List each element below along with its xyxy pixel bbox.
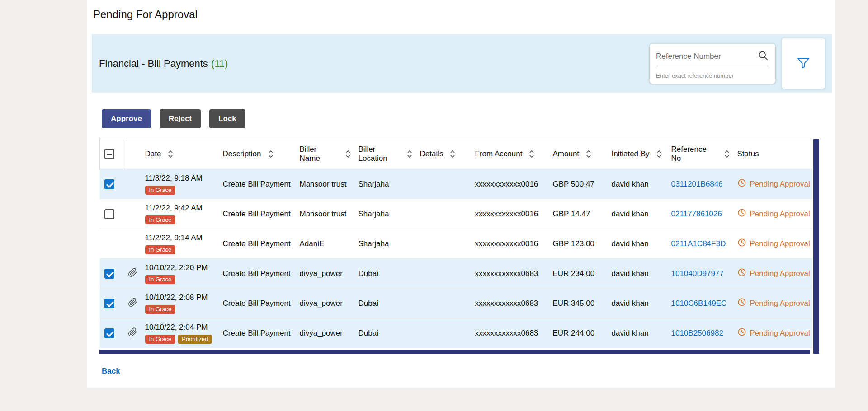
reference-link[interactable]: 1010C6B149EC bbox=[671, 299, 727, 308]
badge-row: In Grace bbox=[145, 186, 216, 195]
header-date[interactable]: Date bbox=[141, 139, 218, 169]
sort-icon[interactable] bbox=[656, 149, 662, 159]
cell-status: Pending Approval bbox=[733, 199, 812, 229]
row-select-cell bbox=[100, 259, 123, 289]
table-row: 10/10/22, 2:04 PM In GracePrioritized Cr… bbox=[100, 318, 812, 348]
cell-description: Create Bill Payment bbox=[218, 289, 295, 318]
cell-from-account: xxxxxxxxxxxx0016 bbox=[471, 229, 548, 259]
status-badge: Pending Approval bbox=[737, 298, 810, 309]
sort-icon[interactable] bbox=[528, 149, 535, 159]
reference-link[interactable]: 021177861026 bbox=[671, 210, 722, 218]
cell-biller-name: divya_power bbox=[295, 289, 354, 318]
cell-description: Create Bill Payment bbox=[218, 199, 295, 229]
cell-reference-no: 101040D97977 bbox=[667, 259, 733, 289]
header-details[interactable]: Details bbox=[415, 139, 471, 169]
reference-link[interactable]: 1010B2506982 bbox=[671, 329, 723, 337]
cell-date: 10/10/22, 2:20 PM In Grace bbox=[141, 259, 218, 289]
sort-icon[interactable] bbox=[449, 149, 456, 159]
cell-reference-no: 1010B2506982 bbox=[667, 318, 733, 348]
status-badge: Pending Approval bbox=[737, 268, 810, 279]
action-bar: Approve Reject Lock bbox=[102, 109, 835, 128]
row-checkbox[interactable] bbox=[104, 269, 114, 279]
badge-in-grace: In Grace bbox=[145, 305, 176, 314]
cell-biller-name: AdaniE bbox=[295, 229, 354, 259]
row-checkbox[interactable] bbox=[104, 179, 114, 189]
cell-amount: GBP 123.00 bbox=[548, 229, 607, 259]
cell-status: Pending Approval bbox=[733, 318, 812, 348]
table-header-row: Date Description Biller Name bbox=[100, 139, 812, 169]
sort-icon[interactable] bbox=[724, 149, 730, 159]
module-banner: Financial - Bill Payments (11) Enter exa… bbox=[92, 34, 832, 93]
sort-icon[interactable] bbox=[406, 149, 413, 159]
row-select-cell bbox=[100, 289, 123, 318]
badge-row: In GracePrioritized bbox=[145, 335, 216, 344]
cell-initiated-by: david khan bbox=[607, 199, 667, 229]
approve-button[interactable]: Approve bbox=[102, 109, 151, 128]
reference-link[interactable]: 0311201B6846 bbox=[671, 180, 723, 188]
cell-biller-name: divya_power bbox=[295, 318, 354, 348]
cell-biller-name: Mansoor trust bbox=[295, 199, 354, 229]
cell-reference-no: 021177861026 bbox=[667, 199, 733, 229]
funnel-icon bbox=[796, 55, 811, 72]
paperclip-icon[interactable] bbox=[128, 298, 137, 309]
cell-date: 10/10/22, 2:04 PM In GracePrioritized bbox=[141, 318, 218, 348]
cell-initiated-by: david khan bbox=[607, 169, 667, 199]
select-all-checkbox[interactable] bbox=[104, 149, 114, 159]
search-icon[interactable] bbox=[757, 50, 769, 63]
cell-details bbox=[415, 318, 471, 348]
row-checkbox[interactable] bbox=[104, 209, 114, 219]
reference-number-input[interactable] bbox=[656, 52, 757, 61]
badge-in-grace: In Grace bbox=[145, 186, 176, 195]
clock-icon bbox=[737, 208, 746, 220]
horizontal-scrollbar[interactable] bbox=[99, 350, 810, 354]
filter-button[interactable] bbox=[782, 38, 825, 89]
table-row: 11/3/22, 9:18 AM In Grace Create Bill Pa… bbox=[100, 169, 812, 199]
cell-description: Create Bill Payment bbox=[218, 259, 295, 289]
header-amount[interactable]: Amount bbox=[548, 139, 607, 169]
row-checkbox[interactable] bbox=[104, 299, 114, 308]
cell-reference-no: 0311201B6846 bbox=[667, 169, 733, 199]
reject-button[interactable]: Reject bbox=[160, 109, 201, 128]
module-title: Financial - Bill Payments bbox=[99, 58, 208, 70]
header-initiated-by[interactable]: Initiated By bbox=[607, 139, 667, 169]
header-status: Status bbox=[733, 139, 812, 169]
cell-from-account: xxxxxxxxxxxx0016 bbox=[471, 199, 548, 229]
paperclip-icon[interactable] bbox=[128, 327, 137, 339]
vertical-scrollbar[interactable] bbox=[813, 139, 819, 354]
header-biller-location[interactable]: Biller Location bbox=[354, 139, 415, 169]
cell-description: Create Bill Payment bbox=[218, 318, 295, 348]
header-reference-no[interactable]: Reference No bbox=[667, 139, 733, 169]
cell-description: Create Bill Payment bbox=[218, 229, 295, 259]
header-description[interactable]: Description bbox=[218, 139, 295, 169]
status-badge: Pending Approval bbox=[737, 208, 810, 220]
sort-icon[interactable] bbox=[345, 149, 351, 159]
lock-button[interactable]: Lock bbox=[209, 109, 245, 128]
cell-biller-name: divya_power bbox=[295, 259, 354, 289]
cell-date: 11/2/22, 9:42 AM In Grace bbox=[141, 199, 218, 229]
badge-row: In Grace bbox=[145, 245, 216, 254]
row-checkbox[interactable] bbox=[104, 328, 114, 338]
header-biller-name[interactable]: Biller Name bbox=[295, 139, 354, 169]
sort-icon[interactable] bbox=[167, 149, 174, 159]
cell-from-account: xxxxxxxxxxxx0683 bbox=[471, 259, 548, 289]
status-badge: Pending Approval bbox=[737, 327, 810, 339]
cell-from-account: xxxxxxxxxxxx0016 bbox=[471, 169, 548, 199]
cell-initiated-by: david khan bbox=[607, 318, 667, 348]
clock-icon bbox=[737, 298, 746, 309]
clock-icon bbox=[737, 327, 746, 339]
badge-in-grace: In Grace bbox=[145, 215, 176, 224]
badge-in-grace: In Grace bbox=[145, 275, 176, 284]
cell-amount: EUR 234.00 bbox=[548, 259, 607, 289]
back-link[interactable]: Back bbox=[102, 367, 120, 376]
reference-link[interactable]: 101040D97977 bbox=[671, 269, 724, 278]
header-from-account[interactable]: From Account bbox=[471, 139, 548, 169]
sort-icon[interactable] bbox=[585, 149, 592, 159]
reference-link[interactable]: 0211A1C84F3D bbox=[671, 239, 726, 248]
header-select-all-cell bbox=[100, 139, 123, 169]
cell-status: Pending Approval bbox=[733, 169, 812, 199]
paperclip-icon[interactable] bbox=[128, 268, 137, 280]
badge-row: In Grace bbox=[145, 215, 216, 224]
sort-icon[interactable] bbox=[268, 149, 274, 159]
badge-prioritized: Prioritized bbox=[178, 335, 212, 344]
search-hint-text: Enter exact reference number bbox=[656, 72, 769, 79]
